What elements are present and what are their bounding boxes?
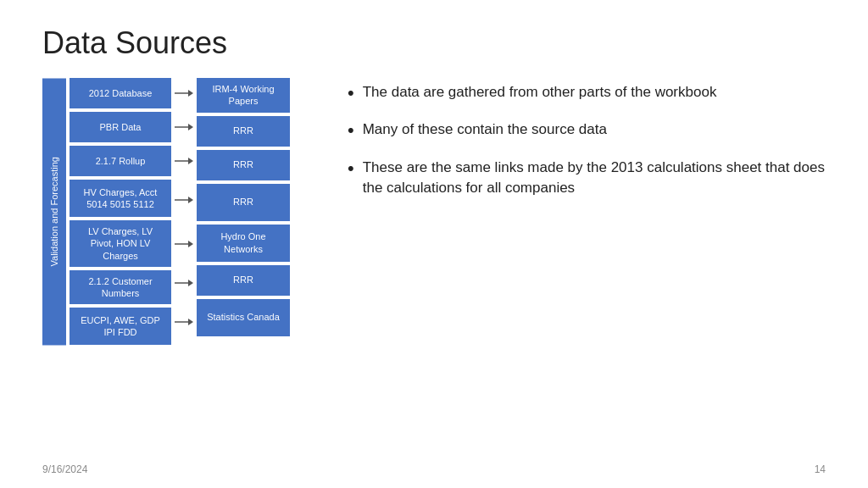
- svg-marker-5: [188, 158, 193, 164]
- footer-date: 9/16/2024: [42, 463, 87, 475]
- left-box-1: 2012 Database: [70, 78, 171, 108]
- bullet-dot-2: •: [348, 119, 354, 141]
- left-box-6: 2.1.2 Customer Numbers: [70, 270, 171, 305]
- bullets-section: • The data are gathered from other parts…: [339, 78, 826, 213]
- right-box-6: RRR: [197, 265, 290, 296]
- left-box-7: EUCPI, AWE, GDP IPI FDD: [70, 308, 171, 345]
- left-box-3: 2.1.7 Rollup: [70, 146, 171, 176]
- content-area: Validation and Forecasting 2012 Database…: [42, 78, 826, 345]
- svg-marker-11: [188, 280, 193, 286]
- svg-marker-9: [188, 241, 193, 247]
- footer: 9/16/2024 14: [42, 463, 826, 475]
- bullet-dot-1: •: [348, 82, 354, 104]
- bullet-text-1: The data are gathered from other parts o…: [363, 82, 717, 103]
- arrow-5: [175, 224, 193, 264]
- bullet-1: • The data are gathered from other parts…: [348, 82, 826, 104]
- right-box-4: RRR: [197, 184, 290, 221]
- left-box-5: LV Charges, LV Pivot, HON LV Charges: [70, 220, 171, 267]
- slide: Data Sources Validation and Forecasting …: [0, 0, 868, 488]
- right-box-7: Statistics Canada: [197, 299, 290, 336]
- diagram: Validation and Forecasting 2012 Database…: [42, 78, 314, 345]
- arrow-3: [175, 146, 193, 176]
- right-box-3: RRR: [197, 150, 290, 180]
- arrows-column: [175, 78, 193, 345]
- footer-page: 14: [815, 463, 826, 475]
- bullet-2: • Many of these contain the source data: [348, 119, 826, 141]
- right-boxes-column: IRM-4 Working Papers RRR RRR RRR Hydro O…: [197, 78, 290, 345]
- svg-marker-13: [188, 319, 193, 325]
- svg-marker-7: [188, 197, 193, 203]
- bullet-text-3: These are the same links made by the 201…: [363, 158, 826, 198]
- svg-marker-3: [188, 124, 193, 130]
- left-box-2: PBR Data: [70, 112, 171, 142]
- right-box-1: IRM-4 Working Papers: [197, 78, 290, 113]
- bullet-dot-3: •: [348, 158, 354, 180]
- arrow-7: [175, 302, 193, 342]
- bullet-text-2: Many of these contain the source data: [363, 119, 607, 140]
- page-title: Data Sources: [42, 25, 826, 61]
- arrow-2: [175, 112, 193, 142]
- left-boxes-column: 2012 Database PBR Data 2.1.7 Rollup HV C…: [70, 78, 171, 345]
- arrow-4: [175, 180, 193, 220]
- left-box-4: HV Charges, Acct 5014 5015 5112: [70, 180, 171, 217]
- arrow-1: [175, 78, 193, 108]
- bullet-3: • These are the same links made by the 2…: [348, 158, 826, 198]
- right-box-2: RRR: [197, 116, 290, 147]
- vertical-label: Validation and Forecasting: [42, 78, 66, 345]
- svg-marker-1: [188, 90, 193, 97]
- arrow-6: [175, 268, 193, 298]
- right-box-5: Hydro One Networks: [197, 225, 290, 262]
